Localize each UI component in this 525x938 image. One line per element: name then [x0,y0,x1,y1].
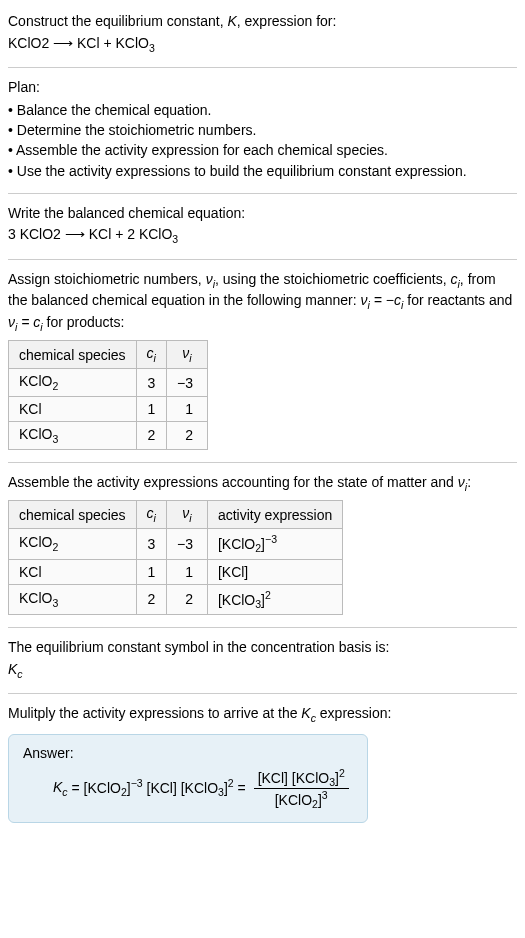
intro-reaction-text: KClO2 ⟶ KCl + KClO [8,35,149,51]
th-ci: ci [136,341,166,369]
plan-item: Use the activity expressions to build th… [8,161,517,181]
intro-line: Construct the equilibrium constant, K, e… [8,12,517,32]
fraction-den: [KClO2]3 [254,789,349,810]
table-header-row: chemical species ci νi [9,341,208,369]
kc: Kc [301,705,316,721]
td-sp: KClO2 [9,369,137,397]
symbol-section: The equilibrium constant symbol in the c… [8,638,517,681]
t: for products: [43,314,125,330]
td-v: 2 [166,584,207,614]
td-sp: KCl [9,396,137,421]
nu-i: νi [458,474,467,490]
td-v: 1 [166,396,207,421]
divider [8,693,517,694]
t: , using the stoichiometric coefficients, [215,271,451,287]
intro-text-post: , expression for: [237,13,337,29]
multiply-line: Mulitply the activity expressions to arr… [8,704,517,725]
balanced-intro: Write the balanced chemical equation: [8,204,517,224]
stoich-table: chemical species ci νi KClO2 3 −3 KCl 1 … [8,340,208,449]
td-c: 3 [136,369,166,397]
intro-text: Construct the equilibrium constant, [8,13,227,29]
td-c: 1 [136,396,166,421]
td-v: −3 [166,529,207,559]
td-c: 3 [136,529,166,559]
td-c: 2 [136,421,166,449]
td-sp: KClO2 [9,529,137,559]
td-c: 1 [136,559,166,584]
table-row: KClO3 2 2 [9,421,208,449]
td-ae: [KCl] [207,559,342,584]
td-ae: [KClO3]2 [207,584,342,614]
K-symbol: K [227,13,236,29]
th-ae: activity expression [207,501,342,529]
divider [8,259,517,260]
t: Assemble the activity expressions accoun… [8,474,458,490]
plan-section: Plan: Balance the chemical equation. Det… [8,78,517,181]
t: c [147,505,154,521]
balanced-section: Write the balanced chemical equation: 3 … [8,204,517,247]
plan-item: Balance the chemical equation. [8,100,517,120]
plan-item: Assemble the activity expression for eac… [8,140,517,160]
assign-section: Assign stoichiometric numbers, νi, using… [8,270,517,450]
intro-section: Construct the equilibrium constant, K, e… [8,12,517,55]
t: expression: [316,705,391,721]
symbol-line: The equilibrium constant symbol in the c… [8,638,517,658]
td-sp: KCl [9,559,137,584]
table-header-row: chemical species ci νi activity expressi… [9,501,343,529]
eq2: νi = ci [8,314,43,330]
td-v: 1 [166,559,207,584]
sub3: 3 [149,41,155,53]
kc-symbol: Kc [8,660,517,681]
divider [8,193,517,194]
balanced-reaction-text: 3 KClO2 ⟶ KCl + 2 KClO [8,226,172,242]
fraction: [KCl] [KClO3]2 [KClO2]3 [254,767,349,811]
divider [8,627,517,628]
th-vi: νi [166,501,207,529]
answer-box: Answer: Kc = [KClO2]−3 [KCl] [KClO3]2 = … [8,734,368,824]
divider [8,67,517,68]
table-row: KClO3 2 2 [KClO3]2 [9,584,343,614]
eq1: νi = −ci [361,292,404,308]
td-sp: KClO3 [9,584,137,614]
t: c [147,345,154,361]
td-v: −3 [166,369,207,397]
table-row: KCl 1 1 [KCl] [9,559,343,584]
t: Assign stoichiometric numbers, [8,271,206,287]
activity-table: chemical species ci νi activity expressi… [8,500,343,615]
kc-expression: Kc = [KClO2]−3 [KCl] [KClO3]2 = [KCl] [K… [53,767,353,811]
fraction-num: [KCl] [KClO3]2 [254,767,349,789]
nu-i: νi [206,271,215,287]
plan-item: Determine the stoichiometric numbers. [8,120,517,140]
th-ci: ci [136,501,166,529]
assemble-text: Assemble the activity expressions accoun… [8,473,517,494]
table-row: KClO2 3 −3 [9,369,208,397]
plan-title: Plan: [8,78,517,98]
c-i: ci [451,271,460,287]
intro-reaction: KClO2 ⟶ KCl + KClO3 [8,34,517,55]
th-vi: νi [166,341,207,369]
t: Mulitply the activity expressions to arr… [8,705,301,721]
assign-text: Assign stoichiometric numbers, νi, using… [8,270,517,334]
assemble-section: Assemble the activity expressions accoun… [8,473,517,615]
table-row: KClO2 3 −3 [KClO2]−3 [9,529,343,559]
table-row: KCl 1 1 [9,396,208,421]
divider [8,462,517,463]
t: for reactants and [403,292,512,308]
balanced-reaction: 3 KClO2 ⟶ KCl + 2 KClO3 [8,225,517,246]
td-v: 2 [166,421,207,449]
answer-label: Answer: [23,745,353,761]
multiply-section: Mulitply the activity expressions to arr… [8,704,517,823]
td-c: 2 [136,584,166,614]
td-ae: [KClO2]−3 [207,529,342,559]
th-species: chemical species [9,501,137,529]
td-sp: KClO3 [9,421,137,449]
sub3: 3 [172,233,178,245]
th-species: chemical species [9,341,137,369]
plan-list: Balance the chemical equation. Determine… [8,100,517,181]
